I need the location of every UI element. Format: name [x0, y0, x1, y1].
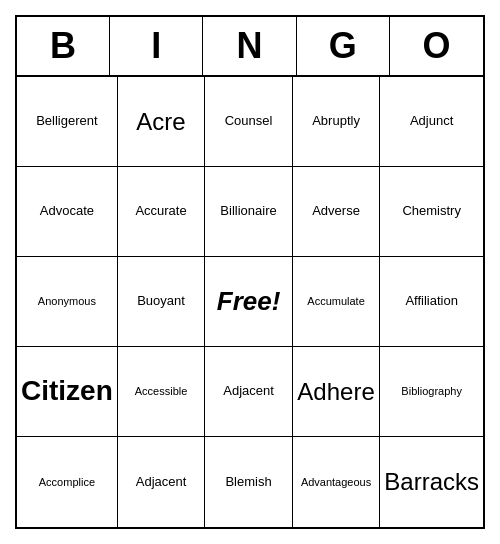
bingo-cell: Affiliation [380, 257, 483, 347]
bingo-cell: Citizen [17, 347, 118, 437]
cell-text: Barracks [384, 466, 479, 497]
bingo-cell: Billionaire [205, 167, 293, 257]
bingo-cell: Acre [118, 77, 206, 167]
cell-text: Billionaire [220, 203, 276, 220]
bingo-cell: Counsel [205, 77, 293, 167]
bingo-cell: Advantageous [293, 437, 381, 527]
cell-text: Citizen [21, 373, 113, 409]
cell-text: Adhere [297, 376, 374, 407]
header-letter: G [297, 17, 390, 75]
bingo-cell: Buoyant [118, 257, 206, 347]
cell-text: Adjacent [223, 383, 274, 400]
cell-text: Adverse [312, 203, 360, 220]
header-letter: N [203, 17, 296, 75]
cell-text: Affiliation [405, 293, 458, 310]
cell-text: Adjunct [410, 113, 453, 130]
bingo-grid: BelligerentAcreCounselAbruptlyAdjunctAdv… [17, 77, 483, 527]
bingo-cell: Belligerent [17, 77, 118, 167]
bingo-cell: Accomplice [17, 437, 118, 527]
bingo-cell: Adjacent [118, 437, 206, 527]
bingo-cell: Adhere [293, 347, 381, 437]
bingo-cell: Adverse [293, 167, 381, 257]
bingo-cell: Adjunct [380, 77, 483, 167]
header-letter: B [17, 17, 110, 75]
cell-text: Free! [217, 285, 281, 319]
bingo-cell: Accurate [118, 167, 206, 257]
cell-text: Accessible [135, 384, 188, 398]
header-letter: I [110, 17, 203, 75]
bingo-cell: Anonymous [17, 257, 118, 347]
bingo-cell: Abruptly [293, 77, 381, 167]
bingo-header: BINGO [17, 17, 483, 77]
bingo-cell: Barracks [380, 437, 483, 527]
cell-text: Counsel [225, 113, 273, 130]
cell-text: Adjacent [136, 474, 187, 491]
cell-text: Advocate [40, 203, 94, 220]
cell-text: Accomplice [39, 475, 95, 489]
cell-text: Blemish [225, 474, 271, 491]
cell-text: Belligerent [36, 113, 97, 130]
cell-text: Abruptly [312, 113, 360, 130]
bingo-cell: Accumulate [293, 257, 381, 347]
cell-text: Chemistry [402, 203, 461, 220]
bingo-cell: Free! [205, 257, 293, 347]
bingo-card: BINGO BelligerentAcreCounselAbruptlyAdju… [15, 15, 485, 529]
cell-text: Acre [136, 106, 185, 137]
cell-text: Bibliography [401, 384, 462, 398]
bingo-cell: Blemish [205, 437, 293, 527]
bingo-cell: Advocate [17, 167, 118, 257]
bingo-cell: Accessible [118, 347, 206, 437]
header-letter: O [390, 17, 483, 75]
bingo-cell: Bibliography [380, 347, 483, 437]
bingo-cell: Adjacent [205, 347, 293, 437]
cell-text: Accumulate [307, 294, 364, 308]
bingo-cell: Chemistry [380, 167, 483, 257]
cell-text: Anonymous [38, 294, 96, 308]
cell-text: Buoyant [137, 293, 185, 310]
cell-text: Advantageous [301, 475, 371, 489]
cell-text: Accurate [135, 203, 186, 220]
